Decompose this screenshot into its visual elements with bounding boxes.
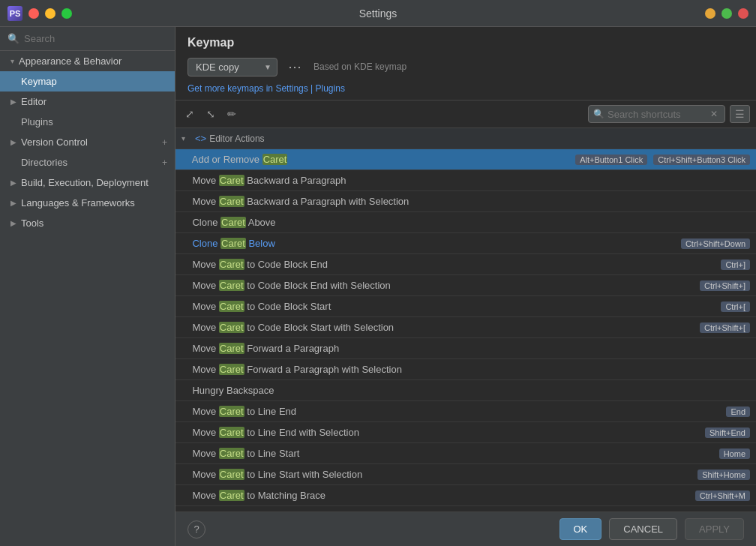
filter-button[interactable]: ☰ xyxy=(730,105,750,123)
window-title: Settings xyxy=(359,8,398,20)
keymap-options-button[interactable]: ⋯ xyxy=(285,57,306,76)
shortcut-badge: Ctrl+[ xyxy=(721,302,750,312)
sidebar-search-bar[interactable]: 🔍 xyxy=(0,27,175,51)
table-row[interactable]: Hungry Backspace xyxy=(176,380,756,401)
table-row[interactable]: Clone Caret Below Ctrl+Shift+Down xyxy=(176,233,756,254)
search-icon: 🔍 xyxy=(8,33,20,44)
sidebar-item-build[interactable]: ▶ Build, Execution, Deployment xyxy=(0,172,175,193)
sidebar-item-directories[interactable]: Directories + xyxy=(0,152,175,172)
table-row[interactable]: Clone Caret Above xyxy=(176,212,756,233)
shortcut-badge: Shift+Home xyxy=(698,470,750,480)
page-title: Keymap xyxy=(188,36,744,50)
sidebar-item-label: Tools xyxy=(21,218,44,229)
action-label: Move Caret to Code Block Start xyxy=(182,301,718,312)
action-label: Move Caret to Code Block End with Select… xyxy=(182,280,697,291)
action-label: Clone Caret Below xyxy=(182,238,678,249)
expand-all-button[interactable]: ⤢ xyxy=(182,106,198,122)
table-row[interactable]: Move Caret to Line Start with Selection … xyxy=(176,464,756,485)
shortcuts-area: Ctrl+Shift+Down xyxy=(678,238,750,249)
table-row[interactable]: Move Caret to Code Block Start with Sele… xyxy=(176,317,756,338)
help-button[interactable]: ? xyxy=(188,520,206,538)
sidebar-item-keymap[interactable]: Keymap xyxy=(0,71,175,92)
action-label: Move Caret to Line End xyxy=(182,406,723,417)
table-row[interactable]: Move Caret Backward a Paragraph with Sel… xyxy=(176,191,756,212)
sidebar-item-editor[interactable]: ▶ Editor xyxy=(0,92,175,112)
sidebar-item-label: Directories xyxy=(21,157,68,168)
table-row[interactable]: Move Caret to Code Block End Ctrl+] xyxy=(176,254,756,275)
sidebar-item-languages[interactable]: ▶ Languages & Frameworks xyxy=(0,193,175,213)
shortcut-badge: Ctrl+Shift+Button3 Click xyxy=(653,154,750,165)
action-label: Move Caret to Line End with Selection xyxy=(182,427,702,438)
toolbar: ⤢ ⤡ ✏ 🔍 caret ✕ ☰ xyxy=(176,100,756,128)
keymaps-table: ▾ <> Editor Actions Add or Remove Caret … xyxy=(176,128,756,512)
table-row[interactable]: Move Caret to Line End End xyxy=(176,401,756,422)
sidebar-search-input[interactable] xyxy=(24,33,167,44)
table-row[interactable]: Move Caret Forward a Paragraph with Sele… xyxy=(176,359,756,380)
action-label: Clone Caret Above xyxy=(182,217,750,228)
ok-button[interactable]: OK xyxy=(560,518,602,540)
action-label: Move Caret Backward a Paragraph with Sel… xyxy=(182,196,750,207)
main-layout: 🔍 ▾ Appearance & Behavior Keymap ▶ Edito… xyxy=(0,27,756,546)
chevron-right-icon: ▶ xyxy=(10,138,16,146)
shortcut-badge: Ctrl+Shift+M xyxy=(695,490,750,501)
section-label: Editor Actions xyxy=(209,134,264,144)
action-label: Move Caret to Line Start with Selection xyxy=(182,469,694,480)
sidebar-item-label: Plugins xyxy=(21,116,53,128)
search-input[interactable]: caret xyxy=(608,109,705,120)
sidebar-item-appearance[interactable]: ▾ Appearance & Behavior xyxy=(0,51,175,71)
shortcut-badge: Ctrl+Shift+] xyxy=(700,280,750,291)
edit-shortcut-button[interactable]: ✏ xyxy=(224,106,240,122)
keymap-dropdown[interactable]: KDE copy xyxy=(188,58,278,76)
shortcuts-area: Shift+Home xyxy=(694,470,750,480)
sidebar: 🔍 ▾ Appearance & Behavior Keymap ▶ Edito… xyxy=(0,27,176,546)
shortcut-badge: Shift+End xyxy=(705,428,750,438)
clear-search-button[interactable]: ✕ xyxy=(708,108,720,120)
sidebar-item-version-control[interactable]: ▶ Version Control + xyxy=(0,132,175,152)
sidebar-item-tools[interactable]: ▶ Tools xyxy=(0,213,175,233)
section-header-editor-actions: ▾ <> Editor Actions xyxy=(176,128,756,149)
search-bar[interactable]: 🔍 caret ✕ xyxy=(588,105,725,123)
shortcuts-area: End xyxy=(723,406,750,417)
app-icon: PS xyxy=(8,6,22,21)
add-icon: + xyxy=(162,158,167,168)
table-row[interactable]: Move Caret to Line End with Selection Sh… xyxy=(176,422,756,443)
table-row[interactable]: Move Caret Forward a Paragraph xyxy=(176,338,756,359)
chevron-right-icon: ▶ xyxy=(10,199,16,207)
action-link[interactable]: Clone Caret Below xyxy=(192,238,274,249)
window-controls-right xyxy=(705,8,748,19)
get-more-keymaps-link[interactable]: Get more keymaps in Settings | Plugins xyxy=(188,83,345,94)
traffic-green[interactable] xyxy=(722,8,732,19)
shortcut-badge: Ctrl+Shift+[ xyxy=(700,322,750,333)
shortcuts-area: Ctrl+Shift+M xyxy=(692,490,750,501)
table-row[interactable]: Add or Remove Caret Alt+Button1 Click Ct… xyxy=(176,149,756,170)
titlebar: PS Settings xyxy=(0,0,756,27)
chevron-right-icon: ▶ xyxy=(10,178,16,187)
table-row[interactable]: Move Caret Backward a Paragraph xyxy=(176,170,756,191)
chevron-right-icon: ▶ xyxy=(10,98,16,106)
table-row[interactable]: Move Caret to Matching Brace Ctrl+Shift+… xyxy=(176,485,756,506)
traffic-red[interactable] xyxy=(738,8,748,19)
action-label: Move Caret to Code Block End xyxy=(182,259,718,270)
shortcuts-area: Home xyxy=(716,448,750,459)
table-row[interactable]: Move Caret to Code Block Start Ctrl+[ xyxy=(176,296,756,317)
sidebar-item-label: Appearance & Behavior xyxy=(19,56,122,67)
chevron-right-icon: ▶ xyxy=(10,219,16,227)
action-label: Move Caret Backward a Paragraph xyxy=(182,175,750,186)
cancel-button[interactable]: CANCEL xyxy=(609,518,677,540)
table-row[interactable]: Move Caret to Line Start Home xyxy=(176,443,756,464)
shortcuts-area: Alt+Button1 Click Ctrl+Shift+Button3 Cli… xyxy=(572,154,750,165)
keymap-selector-row: KDE copy ▼ ⋯ Based on KDE keymap xyxy=(188,57,744,76)
window-close-button[interactable] xyxy=(28,8,39,19)
window-maximize-button[interactable] xyxy=(62,8,72,19)
section-icon: <> xyxy=(195,133,206,144)
shortcuts-area: Shift+End xyxy=(702,428,750,438)
get-more-link-row: Get more keymaps in Settings | Plugins xyxy=(188,82,744,94)
sidebar-item-plugins[interactable]: Plugins xyxy=(0,112,175,132)
action-label: Move Caret to Line Start xyxy=(182,448,716,459)
keymap-dropdown-wrap[interactable]: KDE copy ▼ xyxy=(188,58,278,76)
table-row[interactable]: Move Caret to Code Block End with Select… xyxy=(176,275,756,296)
traffic-orange[interactable] xyxy=(705,8,716,19)
apply-button[interactable]: APPLY xyxy=(685,518,744,540)
window-minimize-button[interactable] xyxy=(45,8,56,19)
collapse-all-button[interactable]: ⤡ xyxy=(202,106,219,122)
